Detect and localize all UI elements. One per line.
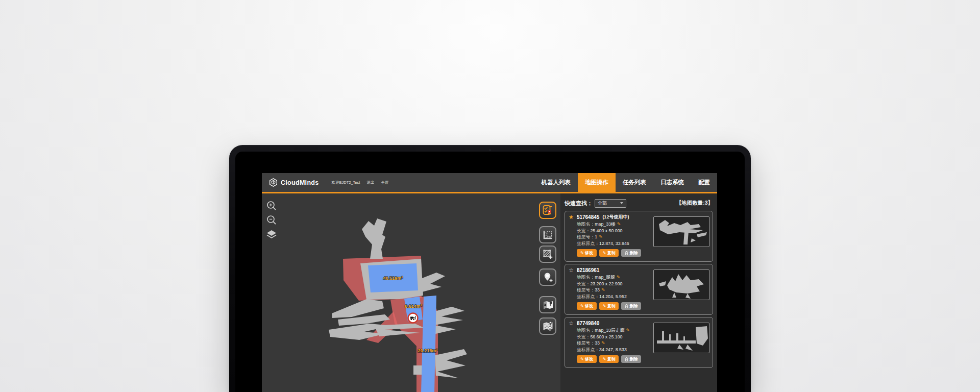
map-zone-blue-corridor[interactable] bbox=[421, 296, 436, 392]
indoor-map-canvas[interactable]: 40.519m² 8.614m² 20.215m² bbox=[262, 193, 535, 392]
map-status: (12号使用中) bbox=[602, 214, 629, 220]
star-icon[interactable]: ★ bbox=[569, 214, 574, 220]
map-region-gray bbox=[435, 349, 467, 378]
map-thumbnail-image bbox=[654, 270, 709, 300]
map-thumbnail bbox=[653, 270, 709, 300]
page-background: CloudMinds 欢迎BJDT2_Test 退出 全屏 机器人列表 地图操作… bbox=[0, 0, 980, 392]
delete-button[interactable]: 删除 bbox=[621, 302, 641, 310]
laptop-screen: CloudMinds 欢迎BJDT2_Test 退出 全屏 机器人列表 地图操作… bbox=[235, 152, 745, 392]
modify-button[interactable]: ✎修改 bbox=[577, 249, 597, 257]
map-thumbnail-image bbox=[654, 217, 709, 247]
delete-button[interactable]: 删除 bbox=[621, 249, 641, 257]
edit-pencil-icon[interactable]: ✎ bbox=[599, 234, 603, 239]
edit-pencil-icon[interactable]: ✎ bbox=[601, 340, 605, 346]
panel-header: 快速查找： 全部 【地图数量:3】 bbox=[565, 199, 713, 208]
logout-link[interactable]: 退出 bbox=[366, 180, 374, 185]
map-id: 82186961 bbox=[577, 267, 600, 273]
map-thumbnail-image bbox=[654, 323, 709, 353]
modify-button[interactable]: ✎修改 bbox=[577, 355, 597, 363]
map-card[interactable]: ☆ 87749840 地图名：map_33层走廊✎ 长宽：56.600 x 25… bbox=[565, 317, 713, 368]
card-actions: ✎修改 ✎复制 删除 bbox=[577, 355, 709, 363]
zoom-in-icon bbox=[266, 200, 277, 211]
quick-search-label: 快速查找： bbox=[565, 200, 593, 207]
tool-measure-region-button[interactable] bbox=[539, 226, 556, 243]
map-list-panel: 快速查找： 全部 【地图数量:3】 ★ 51764845 bbox=[560, 193, 717, 392]
laptop-mockup: CloudMinds 欢迎BJDT2_Test 退出 全屏 机器人列表 地图操作… bbox=[229, 145, 751, 392]
no-entry-vehicle-sign-icon bbox=[408, 313, 418, 323]
map-delete-icon bbox=[542, 299, 553, 310]
map-area[interactable]: 40.519m² 8.614m² 20.215m² bbox=[262, 193, 535, 392]
edit-pencil-icon[interactable]: ✎ bbox=[617, 275, 621, 280]
brand: CloudMinds bbox=[269, 173, 319, 192]
map-region-gray bbox=[433, 307, 464, 334]
chevron-down-icon bbox=[620, 202, 623, 204]
copy-button[interactable]: ✎复制 bbox=[599, 355, 619, 363]
tool-task-list-pin-button[interactable] bbox=[539, 202, 556, 219]
edit-pencil-icon[interactable]: ✎ bbox=[617, 222, 621, 227]
modify-button[interactable]: ✎修改 bbox=[577, 302, 597, 310]
nav-item-config[interactable]: 配置 bbox=[691, 173, 717, 192]
delete-button[interactable]: 删除 bbox=[621, 355, 641, 363]
copy-button[interactable]: ✎复制 bbox=[599, 302, 619, 310]
webcam-icon bbox=[489, 149, 491, 151]
map-card[interactable]: ★ 51764845 (12号使用中) 地图名：map_33楼✎ 长宽：25.4… bbox=[565, 211, 713, 262]
welcome-text: 欢迎BJDT2_Test bbox=[332, 180, 360, 185]
cloudminds-app: CloudMinds 欢迎BJDT2_Test 退出 全屏 机器人列表 地图操作… bbox=[262, 173, 717, 392]
area-label: 20.215m² bbox=[418, 348, 438, 353]
tool-add-poi-pin-button[interactable] bbox=[539, 268, 556, 286]
zoom-in-button[interactable] bbox=[266, 200, 277, 212]
brand-name: CloudMinds bbox=[281, 179, 319, 186]
card-actions: ✎修改 ✎复制 删除 bbox=[577, 302, 709, 310]
zoom-out-button[interactable] bbox=[266, 214, 277, 226]
map-region-gray bbox=[420, 273, 445, 292]
nav-item-log-system[interactable]: 日志系统 bbox=[653, 173, 691, 192]
copy-button[interactable]: ✎复制 bbox=[599, 249, 619, 257]
map-count-label: 【地图数量:3】 bbox=[676, 200, 713, 207]
main-menu: 机器人列表 地图操作 任务列表 日志系统 配置 bbox=[534, 173, 718, 192]
map-thumbnail bbox=[653, 323, 709, 353]
map-card[interactable]: ☆ 82186961 地图名：map_腿腿✎ 长宽：23.200 x 22.90… bbox=[565, 264, 713, 315]
tool-map-upload-button[interactable] bbox=[539, 317, 556, 335]
nav-item-task-list[interactable]: 任务列表 bbox=[616, 173, 653, 192]
map-id: 87749840 bbox=[577, 321, 600, 326]
tool-hatch-region-add-button[interactable] bbox=[539, 246, 556, 263]
star-icon[interactable]: ☆ bbox=[569, 267, 574, 273]
hatch-region-add-icon bbox=[542, 249, 553, 260]
trash-icon bbox=[625, 251, 628, 255]
area-label: 40.519m² bbox=[383, 276, 403, 281]
fullscreen-link[interactable]: 全屏 bbox=[381, 180, 388, 185]
edit-pencil-icon[interactable]: ✎ bbox=[601, 287, 605, 292]
nav-item-robot-list[interactable]: 机器人列表 bbox=[534, 173, 578, 192]
map-id: 51764845 bbox=[577, 214, 600, 220]
user-links: 欢迎BJDT2_Test 退出 全屏 bbox=[332, 173, 389, 192]
layers-icon bbox=[266, 230, 277, 239]
tool-map-delete-button[interactable] bbox=[539, 296, 556, 313]
measure-region-icon bbox=[542, 229, 553, 240]
edit-pencil-icon[interactable]: ✎ bbox=[626, 328, 630, 333]
map-upload-icon bbox=[542, 321, 553, 332]
nav-item-map-operation[interactable]: 地图操作 bbox=[578, 173, 616, 192]
layers-button[interactable] bbox=[266, 228, 277, 240]
star-icon[interactable]: ☆ bbox=[569, 321, 574, 326]
cloudminds-logo-icon bbox=[269, 178, 278, 187]
add-poi-pin-icon bbox=[542, 272, 553, 283]
map-region-gray bbox=[332, 299, 384, 318]
filter-selected-value: 全部 bbox=[598, 200, 607, 207]
map-region-gray bbox=[362, 218, 386, 259]
top-navbar: CloudMinds 欢迎BJDT2_Test 退出 全屏 机器人列表 地图操作… bbox=[262, 173, 717, 193]
map-tools-column bbox=[535, 193, 560, 392]
card-actions: ✎修改 ✎复制 删除 bbox=[577, 249, 709, 257]
content-row: 40.519m² 8.614m² 20.215m² bbox=[262, 193, 717, 392]
task-list-pin-icon bbox=[542, 205, 553, 216]
zoom-out-icon bbox=[266, 214, 277, 226]
map-thumbnail bbox=[653, 216, 709, 247]
map-filter-select[interactable]: 全部 bbox=[595, 199, 626, 208]
trash-icon bbox=[625, 304, 628, 308]
area-label: 8.614m² bbox=[405, 304, 422, 309]
trash-icon bbox=[625, 357, 628, 361]
